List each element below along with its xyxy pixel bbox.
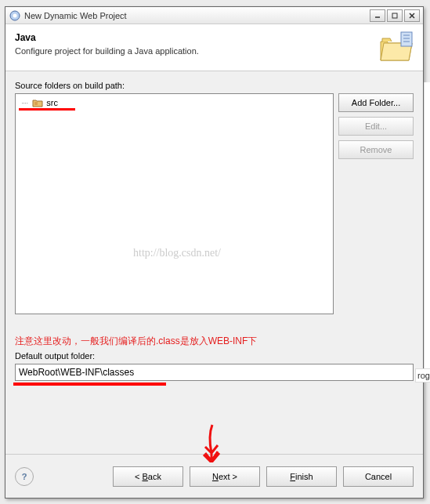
svg-rect-6 [401,32,412,46]
source-folders-label: Source folders on build path: [15,81,414,90]
close-button[interactable] [404,9,420,22]
minimize-button[interactable] [370,9,385,22]
help-button[interactable]: ? [15,467,34,486]
cropped-text-fragment: rog [415,368,430,383]
tree-connector: ···· [21,98,27,107]
back-button[interactable]: < Back [113,466,183,487]
wizard-header: Java Configure project for building a Ja… [5,24,423,71]
page-description: Configure project for building a Java ap… [15,46,414,56]
package-folder-icon [32,98,43,107]
dialog-window: New Dynamic Web Project Java Configure p… [5,6,424,499]
next-mnemonic: N [212,472,219,481]
tree-item-label: src [46,98,58,107]
svg-point-1 [13,13,17,17]
window-controls [370,9,420,22]
window-title: New Dynamic Web Project [24,11,370,20]
watermark-text: http://blog.csdn.net/ [133,247,221,259]
folder-wizard-icon [378,31,415,65]
finish-mnemonic: F [290,472,295,481]
output-folder-label: Default output folder: [15,351,414,361]
page-title: Java [15,32,414,43]
add-folder-button[interactable]: Add Folder... [338,93,414,112]
finish-button[interactable]: Finish [266,466,337,487]
cancel-button[interactable]: Cancel [343,466,414,487]
annotation-underline [13,383,166,386]
content-area: Source folders on build path: ···· src h… [5,71,423,397]
button-bar: ? < Back Next > Finish Cancel [5,454,423,498]
output-folder-input[interactable] [15,364,414,381]
maximize-button[interactable] [387,9,403,22]
cropped-background [424,82,430,380]
back-mnemonic: B [143,472,148,481]
titlebar: New Dynamic Web Project [5,7,423,24]
annotation-underline [19,108,75,111]
edit-button: Edit... [338,117,414,136]
source-folders-tree[interactable]: ···· src http://blog.csdn.net/ [15,93,334,314]
tree-item-src[interactable]: ···· src [20,97,328,108]
svg-rect-3 [392,13,397,18]
remove-button: Remove [338,140,414,159]
svg-rect-10 [34,102,38,105]
annotation-text: 注意这里改动，一般我们编译后的.class是放入WEB-INF下 [15,335,414,348]
next-button[interactable]: Next > [190,466,260,487]
app-icon [9,9,21,22]
